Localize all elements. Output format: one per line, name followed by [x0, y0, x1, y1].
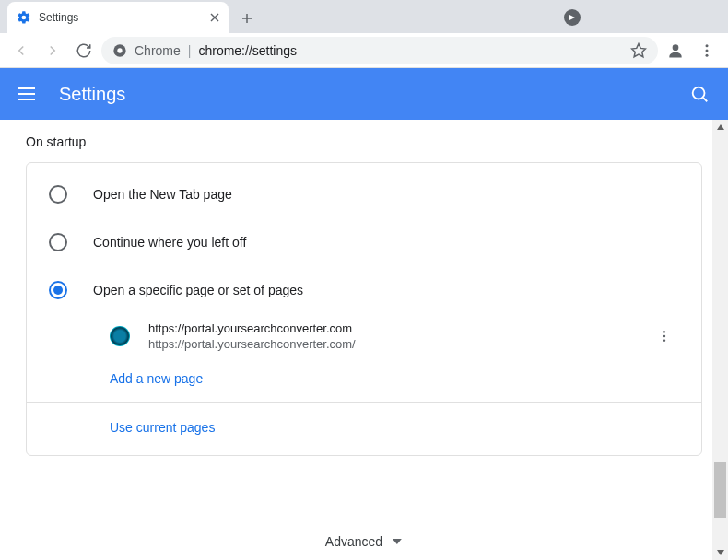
- radio-open-new-tab[interactable]: Open the New Tab page: [27, 170, 701, 218]
- advanced-label: Advanced: [325, 534, 382, 549]
- use-current-pages-link[interactable]: Use current pages: [27, 407, 701, 448]
- scrollbar-track[interactable]: [712, 134, 728, 545]
- hamburger-menu-button[interactable]: [18, 83, 41, 105]
- divider: [27, 402, 701, 403]
- page-title: Settings: [59, 84, 125, 105]
- tab-settings[interactable]: Settings: [7, 2, 229, 33]
- radio-label: Continue where you left off: [93, 235, 246, 250]
- page-url-text: https://portal.yoursearchconverter.com/: [148, 337, 356, 351]
- page-title-text: https://portal.yoursearchconverter.com: [148, 321, 356, 335]
- svg-marker-19: [717, 550, 724, 555]
- radio-button-icon: [49, 233, 67, 251]
- radio-label: Open the New Tab page: [93, 187, 232, 202]
- radio-button-icon: [49, 185, 67, 204]
- chrome-icon: [112, 43, 127, 58]
- chevron-down-icon: [392, 536, 403, 547]
- svg-point-15: [706, 53, 709, 56]
- forward-button[interactable]: [39, 37, 66, 64]
- scrollbar-down-button[interactable]: [712, 545, 728, 560]
- svg-point-14: [706, 49, 709, 52]
- startup-page-item: https://portal.yoursearchconverter.com h…: [27, 314, 701, 358]
- page-more-button[interactable]: [657, 329, 679, 344]
- startup-card: Open the New Tab page Continue where you…: [26, 162, 702, 456]
- svg-marker-18: [717, 124, 724, 130]
- address-divider: |: [188, 43, 192, 58]
- svg-point-21: [663, 335, 665, 337]
- radio-continue[interactable]: Continue where you left off: [27, 218, 701, 266]
- tab-label: Settings: [39, 11, 78, 24]
- tab-strip: Settings: [0, 0, 728, 33]
- svg-point-20: [663, 331, 665, 332]
- svg-point-10: [117, 48, 122, 52]
- browser-toolbar: Chrome | chrome://settings: [0, 33, 728, 68]
- svg-line-17: [703, 98, 707, 101]
- media-badge-icon: [564, 9, 581, 26]
- address-url: chrome://settings: [198, 43, 297, 58]
- add-new-page-link[interactable]: Add a new page: [27, 358, 701, 399]
- gear-icon: [17, 10, 31, 25]
- svg-point-13: [706, 44, 709, 47]
- scrollbar-up-button[interactable]: [712, 120, 728, 134]
- svg-marker-11: [632, 43, 646, 56]
- advanced-toggle[interactable]: Advanced: [325, 534, 403, 549]
- page-text: https://portal.yoursearchconverter.com h…: [148, 321, 356, 351]
- bookmark-star-icon[interactable]: [630, 42, 647, 59]
- scrollbar-thumb[interactable]: [714, 462, 726, 518]
- new-tab-button[interactable]: [234, 6, 260, 31]
- page-favicon-icon: [110, 326, 130, 346]
- back-button[interactable]: [7, 37, 35, 64]
- section-title-startup: On startup: [9, 127, 719, 162]
- radio-specific-pages[interactable]: Open a specific page or set of pages: [27, 266, 701, 314]
- close-tab-button[interactable]: [210, 13, 219, 22]
- reload-button[interactable]: [70, 37, 98, 64]
- radio-button-selected-icon: [49, 281, 67, 299]
- profile-button[interactable]: [662, 37, 689, 64]
- svg-point-16: [693, 88, 705, 99]
- address-bar[interactable]: Chrome | chrome://settings: [101, 37, 658, 64]
- content-area: On startup Open the New Tab page Continu…: [0, 120, 728, 560]
- settings-header: Settings: [0, 68, 728, 120]
- radio-label: Open a specific page or set of pages: [93, 283, 303, 298]
- svg-marker-8: [569, 15, 575, 20]
- search-button[interactable]: [689, 84, 710, 104]
- address-prefix: Chrome: [135, 43, 181, 58]
- kebab-menu-button[interactable]: [693, 37, 721, 64]
- svg-point-22: [663, 339, 665, 341]
- svg-marker-23: [393, 539, 402, 544]
- svg-point-12: [673, 44, 679, 51]
